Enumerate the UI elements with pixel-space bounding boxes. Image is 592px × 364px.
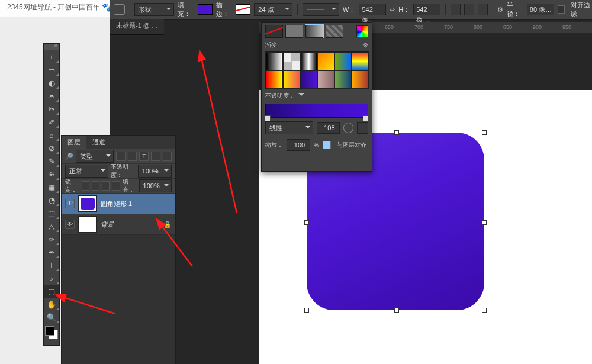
stroke-width-select[interactable]: 24 点 <box>254 3 292 16</box>
gradient-preset[interactable] <box>334 52 352 70</box>
tab-channels[interactable]: 通道 <box>86 136 111 149</box>
reverse-button[interactable] <box>357 122 368 134</box>
tool-mode-select[interactable]: 形状 <box>134 3 174 16</box>
layer-thumbnail[interactable] <box>78 195 97 212</box>
opacity-label: 不透明度： <box>111 163 136 179</box>
filter-adjust-icon[interactable] <box>128 152 137 161</box>
tool-button[interactable]: ◐ <box>44 76 59 89</box>
tool-button[interactable]: ◔ <box>44 194 59 207</box>
tool-button[interactable]: ✶ <box>44 89 59 102</box>
tool-button[interactable]: ⌕ <box>44 128 59 141</box>
scale-input[interactable]: 100 <box>287 139 310 151</box>
tool-button[interactable]: ▢ <box>44 285 59 298</box>
tool-button[interactable]: + <box>44 50 59 63</box>
gradient-stop-right[interactable] <box>363 115 369 121</box>
tool-button[interactable]: ✒ <box>44 246 59 259</box>
ruler-mark: 850 <box>503 24 512 30</box>
tool-button[interactable]: ▦ <box>44 181 59 194</box>
handle-ml[interactable] <box>304 220 309 225</box>
tool-button[interactable]: ▭ <box>44 63 59 76</box>
filter-type-icon[interactable]: T <box>139 152 149 161</box>
gradient-preset[interactable] <box>352 70 369 89</box>
height-input[interactable]: 542 像… <box>413 4 440 15</box>
gradient-preset[interactable] <box>266 52 283 70</box>
radius-input[interactable]: 80 像… <box>527 4 554 15</box>
gear-icon[interactable]: ⚙ <box>497 6 503 14</box>
tool-button[interactable]: △ <box>44 220 59 233</box>
filter-smart-icon[interactable] <box>163 152 172 161</box>
filter-type-select[interactable]: 类型 <box>76 150 114 163</box>
tool-button[interactable]: ✑ <box>44 233 59 246</box>
color-swatches[interactable] <box>45 326 58 339</box>
gradient-style-select[interactable]: 线性 <box>265 121 313 134</box>
lock-all-icon[interactable] <box>112 181 120 191</box>
tools-panel-header[interactable] <box>44 44 59 50</box>
gradient-preset[interactable] <box>317 52 334 70</box>
color-picker-icon[interactable] <box>356 25 368 37</box>
tool-button[interactable]: ⬚ <box>44 207 59 220</box>
angle-input[interactable]: 108 <box>317 122 339 134</box>
tool-button[interactable]: ✋ <box>44 298 59 311</box>
handle-bm[interactable] <box>394 308 399 313</box>
handle-mr[interactable] <box>482 220 487 225</box>
document-tab[interactable]: 未标题-1 @ … <box>110 19 164 35</box>
fill-none-button[interactable] <box>265 25 283 38</box>
align-layer-checkbox[interactable] <box>323 141 331 149</box>
filter-pixel-icon[interactable] <box>116 152 126 161</box>
handle-bl[interactable] <box>304 308 309 313</box>
lock-position-icon[interactable] <box>102 181 110 191</box>
browser-tab[interactable]: 2345网址导航 - 开创中国百年 × <box>0 0 116 17</box>
stroke-swatch[interactable] <box>236 4 250 15</box>
gradient-preset[interactable] <box>266 70 283 89</box>
tool-button[interactable]: 🔍 <box>44 311 59 324</box>
fill-solid-button[interactable] <box>285 25 303 38</box>
tool-button[interactable]: ⊘ <box>44 141 59 154</box>
angle-dial[interactable] <box>343 123 353 133</box>
layers-panel: 图层 通道 🔎 类型 T 正常 不透明度： 100% 锁定： 填充： 100% … <box>61 135 176 364</box>
gear-icon[interactable]: ⚙ <box>363 42 368 49</box>
fill-pattern-button[interactable] <box>326 25 343 38</box>
tool-button[interactable]: ✂ <box>44 102 59 115</box>
shape-tool-icon[interactable] <box>114 4 125 15</box>
gradient-preset[interactable] <box>300 70 317 89</box>
handle-tm[interactable] <box>394 130 399 135</box>
layer-opacity-select[interactable]: 100% <box>138 165 172 178</box>
gradient-stop-left[interactable] <box>265 115 271 121</box>
fill-swatch[interactable] <box>198 4 213 15</box>
lock-transparent-icon[interactable] <box>82 181 89 191</box>
align-edges-checkbox[interactable] <box>558 5 565 14</box>
path-arrange-button[interactable] <box>464 4 474 15</box>
layer-fill-select[interactable]: 100% <box>139 179 172 192</box>
gradient-preset[interactable] <box>352 52 369 70</box>
handle-tr[interactable] <box>482 130 487 135</box>
tool-button[interactable]: ✎ <box>44 154 59 167</box>
tool-button[interactable]: T <box>44 259 59 272</box>
path-options-button[interactable] <box>478 4 488 15</box>
tool-button[interactable]: ≋ <box>44 167 59 181</box>
gradient-preset[interactable] <box>283 70 300 89</box>
gradient-preset[interactable] <box>283 52 300 70</box>
blend-mode-select[interactable]: 正常 <box>65 165 108 178</box>
width-input[interactable]: 542 像… <box>359 4 386 15</box>
gradient-preset[interactable] <box>334 70 352 89</box>
gradient-preset[interactable] <box>300 52 317 70</box>
layer-row[interactable]: 👁圆角矩形 1 <box>62 194 175 214</box>
eye-icon[interactable]: 👁 <box>65 220 75 229</box>
layer-thumbnail[interactable] <box>78 216 97 233</box>
chevron-down-icon[interactable] <box>298 93 304 99</box>
eye-icon[interactable]: 👁 <box>65 199 75 208</box>
tool-button[interactable]: ▹ <box>44 272 59 285</box>
tool-button[interactable]: ✐ <box>44 115 59 128</box>
gradient-preset[interactable] <box>317 70 334 89</box>
stroke-style-select[interactable] <box>303 3 339 16</box>
gradient-editor-bar[interactable] <box>265 104 368 118</box>
radius-label: 半径： <box>507 1 523 18</box>
fill-gradient-button[interactable] <box>305 25 323 38</box>
layer-row[interactable]: 👁背景🔒 <box>62 214 175 235</box>
path-align-button[interactable] <box>451 4 461 15</box>
tab-layers[interactable]: 图层 <box>62 136 86 149</box>
handle-br[interactable] <box>482 308 487 313</box>
lock-pixels-icon[interactable] <box>92 181 99 191</box>
filter-shape-icon[interactable] <box>151 152 160 161</box>
link-icon[interactable]: ⇔ <box>390 6 395 14</box>
